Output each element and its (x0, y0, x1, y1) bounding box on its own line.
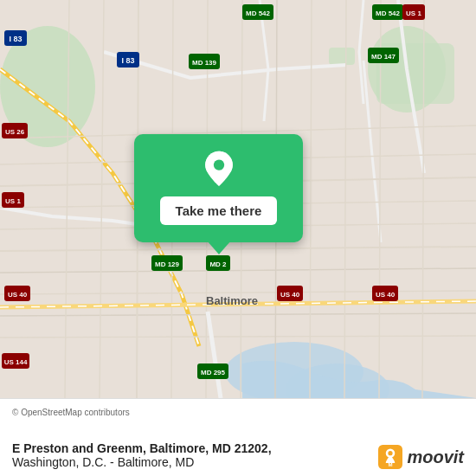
svg-rect-6 (329, 48, 355, 65)
svg-text:US 40: US 40 (376, 291, 396, 299)
svg-text:MD 542: MD 542 (376, 10, 401, 17)
svg-text:MD 542: MD 542 (246, 10, 271, 17)
location-pin-icon (200, 150, 238, 188)
svg-text:MD 295: MD 295 (201, 369, 226, 376)
map-container: Baltimore I 83 I 83 MD 139 MD 542 MD 542… (0, 0, 476, 398)
moovit-wordmark: moovit (407, 447, 464, 467)
svg-text:MD 2: MD 2 (209, 261, 227, 268)
navigation-popup: Take me there (134, 134, 303, 242)
address-line1: E Preston and Greenm, Baltimore, MD 2120… (12, 441, 272, 455)
svg-text:US 1: US 1 (406, 10, 421, 17)
svg-text:US 40: US 40 (8, 291, 28, 299)
moovit-logo: M moovit (378, 445, 464, 469)
svg-text:M: M (389, 461, 393, 467)
footer-bottom: E Preston and Greenm, Baltimore, MD 2120… (12, 438, 464, 469)
address-block: E Preston and Greenm, Baltimore, MD 2120… (12, 438, 272, 469)
moovit-brand-icon: M (378, 445, 402, 469)
footer: © OpenStreetMap contributors E Preston a… (0, 398, 476, 476)
svg-point-62 (213, 159, 223, 170)
svg-text:MD 147: MD 147 (371, 53, 396, 61)
svg-text:US 40: US 40 (280, 291, 300, 299)
svg-text:I 83: I 83 (121, 56, 134, 65)
map-attribution: © OpenStreetMap contributors (12, 408, 464, 417)
address-line2: Washington, D.C. - Baltimore, MD (12, 455, 272, 469)
svg-text:US 144: US 144 (4, 358, 28, 366)
svg-text:MD 139: MD 139 (192, 59, 217, 67)
svg-point-65 (389, 451, 393, 455)
svg-text:MD 129: MD 129 (155, 261, 180, 268)
take-me-there-button[interactable]: Take me there (160, 196, 278, 225)
svg-text:US 1: US 1 (5, 197, 21, 205)
svg-text:US 26: US 26 (5, 128, 25, 136)
svg-text:I 83: I 83 (9, 35, 22, 43)
svg-text:Baltimore: Baltimore (206, 294, 258, 307)
